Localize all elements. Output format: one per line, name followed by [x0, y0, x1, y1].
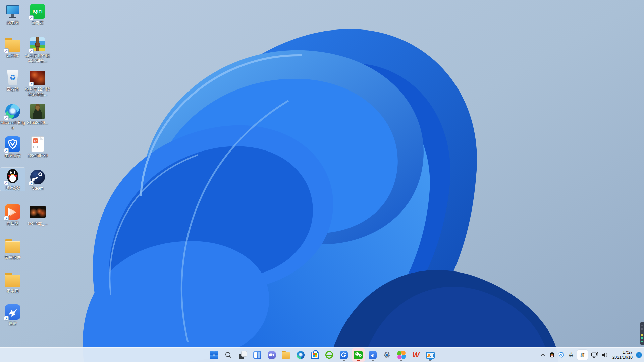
app-clover-button[interactable] — [395, 348, 408, 362]
shield-icon — [558, 352, 564, 358]
running-indicator — [429, 360, 431, 361]
widgets-button[interactable] — [251, 348, 264, 362]
file-explorer-button[interactable] — [279, 348, 293, 362]
desktop-icon-thunder[interactable]: ↗ 迅雷 — [0, 303, 25, 327]
desktop: 此电脑 iQIYI↗ 爱奇艺 ↗ 如2020 ↗ 魂斗罗12个版本豪华合... … — [0, 0, 644, 362]
desktop-icon-label: 电脑管家 — [5, 153, 21, 158]
desktop-icon-label: Steam — [32, 186, 44, 191]
folder-icon: ↗ — [5, 36, 21, 52]
desktop-icon-label: src=http_... — [28, 221, 48, 226]
desktop-icon-label: 腾讯QQ — [6, 185, 20, 190]
desktop-icon-label: 如2020 — [6, 53, 19, 58]
thunder-bird-icon — [368, 351, 377, 359]
desktop-icon-iqiyi[interactable]: iQIYI↗ 爱奇艺 — [25, 3, 50, 26]
desktop-icon-src-image[interactable]: src=http_... — [25, 203, 50, 227]
microsoft-store-icon — [311, 351, 319, 359]
hardware-meter-widget[interactable] — [640, 322, 644, 345]
tray-pc-manager-icon[interactable] — [557, 349, 566, 361]
edge-icon — [296, 351, 305, 359]
file-explorer-icon — [282, 351, 290, 359]
microsoft-store-button[interactable] — [308, 348, 322, 362]
shortcut-arrow-icon: ↗ — [4, 216, 9, 221]
clock-date-button[interactable]: 17:27 2021/10/10 — [610, 349, 635, 361]
running-indicator — [372, 360, 374, 361]
search-button[interactable] — [222, 348, 235, 362]
ime-pinyin-indicator[interactable]: 拼 — [576, 349, 589, 361]
hardware-monitor-button[interactable] — [424, 348, 437, 362]
desktop-icon-label: 魂斗罗12个版本豪华合... — [25, 87, 50, 97]
desktop-icon-tencent-qq[interactable]: ↗ 腾讯QQ — [0, 168, 25, 191]
chat-camera-icon — [267, 351, 276, 359]
desktop-icon-ppt-file[interactable]: P 123456789 — [25, 135, 50, 159]
desktop-icon-label: 此电脑 — [7, 20, 19, 25]
task-view-button[interactable] — [236, 348, 250, 362]
desktop-icon-label: 31bb3a29... — [27, 120, 48, 125]
running-indicator — [343, 360, 345, 361]
wps-office-button[interactable]: W — [409, 348, 423, 362]
taskbar: ⚙ W — [0, 347, 644, 362]
photo-thumbnail — [30, 103, 46, 119]
hidden-icons-chevron[interactable] — [538, 349, 547, 361]
desktop-icon-folder-common[interactable]: 常用软件 — [0, 237, 25, 261]
windows-start-icon — [210, 351, 218, 359]
chevron-up-icon — [540, 352, 545, 358]
speaker-icon — [602, 352, 608, 358]
desktop-icon-this-pc[interactable]: 此电脑 — [0, 3, 25, 26]
active-running-indicator — [357, 360, 360, 361]
desktop-icon-contra-rar[interactable]: ↗ 魂斗罗12个版本豪华合... — [25, 36, 50, 64]
chat-button[interactable] — [265, 348, 278, 362]
volume-tray-button[interactable] — [600, 349, 610, 361]
desktop-icon-folder-ru2020[interactable]: ↗ 如2020 — [0, 36, 25, 59]
wps-w-icon: W — [412, 351, 420, 359]
shortcut-arrow-icon: ↗ — [29, 181, 34, 186]
network-ethernet-icon — [591, 352, 598, 358]
recycle-bin-icon: ♻ — [5, 70, 21, 86]
notification-count-badge[interactable]: 1 — [636, 352, 642, 358]
360-browser-button[interactable] — [323, 348, 336, 362]
shortcut-arrow-icon: ↗ — [4, 180, 9, 185]
edge-button[interactable] — [294, 348, 307, 362]
shortcut-arrow-icon: ↗ — [4, 48, 9, 53]
game-image-thumbnail: ↗ — [30, 70, 46, 86]
start-button[interactable] — [207, 348, 221, 362]
sunflower-remote-icon: ↗ — [5, 204, 21, 220]
ime-pinyin-box: 拼 — [577, 350, 588, 360]
hardware-monitor-icon — [426, 351, 435, 359]
desktop-icon-contra-image[interactable]: ↗ 魂斗罗12个版本豪华合... — [25, 69, 50, 98]
ime-english-indicator[interactable]: 英 — [567, 349, 575, 361]
360-safeguard-icon — [339, 351, 348, 359]
desktop-icon-label: 回收站 — [7, 87, 19, 92]
clover-app-icon — [397, 351, 406, 359]
this-pc-icon — [5, 3, 21, 19]
clock-time: 17:27 — [623, 350, 633, 355]
qq-penguin-icon — [549, 352, 555, 358]
desktop-icon-edge[interactable]: ↗ Microsoft Edge — [0, 103, 25, 131]
desktop-icon-label: 常用软件 — [5, 255, 21, 260]
desktop-icon-folder-rare[interactable]: 不常用 — [0, 271, 25, 294]
desktop-icon-label: 不常用 — [7, 289, 19, 294]
edge-icon: ↗ — [5, 103, 21, 119]
settings-gear-icon: ⚙ — [383, 351, 391, 359]
running-indicator — [400, 360, 402, 361]
taskbar-center-icons: ⚙ W — [207, 348, 437, 362]
desktop-icon-steam[interactable]: ↗ Steam — [25, 168, 50, 192]
360-safeguard-button[interactable] — [337, 348, 351, 362]
desktop-icon-label: 爱奇艺 — [32, 20, 44, 25]
desktop-icon-label: Microsoft Edge — [0, 120, 25, 130]
desktop-icon-pc-manager[interactable]: ↗ 电脑管家 — [0, 135, 25, 159]
tray-qq-icon[interactable] — [548, 349, 556, 361]
network-tray-button[interactable] — [590, 349, 600, 361]
ppt-file-icon: P — [30, 136, 46, 152]
thunder-button[interactable] — [366, 348, 379, 362]
wechat-button[interactable] — [352, 348, 365, 362]
shortcut-arrow-icon: ↗ — [4, 115, 9, 120]
task-view-icon — [238, 351, 247, 359]
settings-button[interactable]: ⚙ — [380, 348, 394, 362]
desktop-icon-sunflower[interactable]: ↗ 向日葵 — [0, 203, 25, 227]
desktop-icon-recycle-bin[interactable]: ♻ 回收站 — [0, 69, 25, 93]
rar-archive-icon: ↗ — [30, 36, 46, 52]
folder-icon — [5, 272, 21, 288]
desktop-icon-photo[interactable]: 31bb3a29... — [25, 103, 50, 126]
steam-icon: ↗ — [30, 169, 46, 185]
shortcut-arrow-icon: ↗ — [4, 316, 9, 321]
